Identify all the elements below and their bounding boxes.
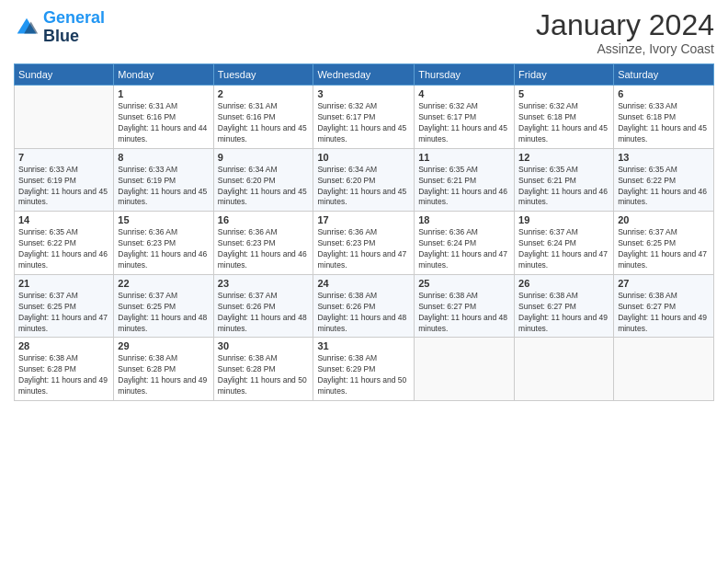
day-info: Sunrise: 6:38 AMSunset: 6:28 PMDaylight:… <box>218 353 310 397</box>
day-info: Sunrise: 6:31 AMSunset: 6:16 PMDaylight:… <box>218 101 310 145</box>
day-number: 25 <box>418 278 510 289</box>
calendar-week-row: 7 Sunrise: 6:33 AMSunset: 6:19 PMDayligh… <box>15 148 714 212</box>
table-row: 9 Sunrise: 6:34 AMSunset: 6:20 PMDayligh… <box>213 148 313 212</box>
day-info: Sunrise: 6:38 AMSunset: 6:26 PMDaylight:… <box>317 291 410 335</box>
table-row: 28 Sunrise: 6:38 AMSunset: 6:28 PMDaylig… <box>15 338 114 401</box>
day-number: 4 <box>418 88 510 99</box>
table-row: 25 Sunrise: 6:38 AMSunset: 6:27 PMDaylig… <box>415 274 515 338</box>
day-number: 20 <box>618 214 710 225</box>
table-row <box>614 338 714 401</box>
table-row: 14 Sunrise: 6:35 AMSunset: 6:22 PMDaylig… <box>15 212 114 275</box>
calendar: Sunday Monday Tuesday Wednesday Thursday… <box>14 63 714 401</box>
day-info: Sunrise: 6:37 AMSunset: 6:25 PMDaylight:… <box>118 291 209 335</box>
table-row: 30 Sunrise: 6:38 AMSunset: 6:28 PMDaylig… <box>213 338 313 401</box>
col-saturday: Saturday <box>614 64 714 86</box>
day-number: 15 <box>118 214 209 225</box>
day-info: Sunrise: 6:38 AMSunset: 6:27 PMDaylight:… <box>518 291 609 335</box>
logo: General Blue <box>14 9 105 46</box>
day-info: Sunrise: 6:33 AMSunset: 6:19 PMDaylight:… <box>118 165 209 209</box>
col-sunday: Sunday <box>15 64 114 86</box>
day-number: 11 <box>418 152 510 163</box>
calendar-week-row: 28 Sunrise: 6:38 AMSunset: 6:28 PMDaylig… <box>15 338 714 401</box>
day-number: 13 <box>618 152 710 163</box>
logo-text: General Blue <box>43 9 105 46</box>
day-info: Sunrise: 6:32 AMSunset: 6:17 PMDaylight:… <box>418 101 510 145</box>
table-row: 23 Sunrise: 6:37 AMSunset: 6:26 PMDaylig… <box>213 274 313 338</box>
day-number: 26 <box>518 278 609 289</box>
day-info: Sunrise: 6:35 AMSunset: 6:22 PMDaylight:… <box>618 165 710 209</box>
table-row: 21 Sunrise: 6:37 AMSunset: 6:25 PMDaylig… <box>15 274 114 338</box>
day-number: 1 <box>118 88 209 99</box>
day-info: Sunrise: 6:36 AMSunset: 6:23 PMDaylight:… <box>218 227 310 271</box>
calendar-week-row: 21 Sunrise: 6:37 AMSunset: 6:25 PMDaylig… <box>15 274 714 338</box>
day-number: 28 <box>18 340 109 351</box>
calendar-header-row: Sunday Monday Tuesday Wednesday Thursday… <box>15 64 714 86</box>
day-info: Sunrise: 6:36 AMSunset: 6:23 PMDaylight:… <box>118 227 209 271</box>
day-number: 23 <box>218 278 310 289</box>
day-number: 19 <box>518 214 609 225</box>
table-row: 20 Sunrise: 6:37 AMSunset: 6:25 PMDaylig… <box>614 212 714 275</box>
day-info: Sunrise: 6:38 AMSunset: 6:28 PMDaylight:… <box>118 353 209 397</box>
day-info: Sunrise: 6:36 AMSunset: 6:23 PMDaylight:… <box>317 227 410 271</box>
day-number: 21 <box>18 278 109 289</box>
day-number: 6 <box>618 88 710 99</box>
col-friday: Friday <box>515 64 614 86</box>
day-number: 16 <box>218 214 310 225</box>
day-info: Sunrise: 6:35 AMSunset: 6:22 PMDaylight:… <box>18 227 109 271</box>
table-row: 13 Sunrise: 6:35 AMSunset: 6:22 PMDaylig… <box>614 148 714 212</box>
calendar-week-row: 14 Sunrise: 6:35 AMSunset: 6:22 PMDaylig… <box>15 212 714 275</box>
col-monday: Monday <box>114 64 213 86</box>
day-info: Sunrise: 6:32 AMSunset: 6:17 PMDaylight:… <box>317 101 410 145</box>
table-row: 26 Sunrise: 6:38 AMSunset: 6:27 PMDaylig… <box>515 274 614 338</box>
day-number: 9 <box>218 152 310 163</box>
day-number: 22 <box>118 278 209 289</box>
table-row: 24 Sunrise: 6:38 AMSunset: 6:26 PMDaylig… <box>313 274 415 338</box>
day-info: Sunrise: 6:32 AMSunset: 6:18 PMDaylight:… <box>518 101 609 145</box>
day-info: Sunrise: 6:37 AMSunset: 6:25 PMDaylight:… <box>18 291 109 335</box>
day-info: Sunrise: 6:34 AMSunset: 6:20 PMDaylight:… <box>317 165 410 209</box>
table-row: 12 Sunrise: 6:35 AMSunset: 6:21 PMDaylig… <box>515 148 614 212</box>
page: General Blue January 2024 Assinze, Ivory… <box>0 0 728 563</box>
table-row: 4 Sunrise: 6:32 AMSunset: 6:17 PMDayligh… <box>415 86 515 149</box>
logo-icon <box>14 15 40 40</box>
table-row: 3 Sunrise: 6:32 AMSunset: 6:17 PMDayligh… <box>313 86 415 149</box>
table-row: 29 Sunrise: 6:38 AMSunset: 6:28 PMDaylig… <box>114 338 213 401</box>
table-row <box>515 338 614 401</box>
day-number: 30 <box>218 340 310 351</box>
day-number: 8 <box>118 152 209 163</box>
day-info: Sunrise: 6:37 AMSunset: 6:25 PMDaylight:… <box>618 227 710 271</box>
day-info: Sunrise: 6:38 AMSunset: 6:28 PMDaylight:… <box>18 353 109 397</box>
day-info: Sunrise: 6:34 AMSunset: 6:20 PMDaylight:… <box>218 165 310 209</box>
table-row: 31 Sunrise: 6:38 AMSunset: 6:29 PMDaylig… <box>313 338 415 401</box>
day-number: 29 <box>118 340 209 351</box>
title-block: January 2024 Assinze, Ivory Coast <box>536 9 714 56</box>
col-tuesday: Tuesday <box>213 64 313 86</box>
table-row: 7 Sunrise: 6:33 AMSunset: 6:19 PMDayligh… <box>15 148 114 212</box>
day-number: 7 <box>18 152 109 163</box>
table-row: 10 Sunrise: 6:34 AMSunset: 6:20 PMDaylig… <box>313 148 415 212</box>
day-info: Sunrise: 6:38 AMSunset: 6:27 PMDaylight:… <box>618 291 710 335</box>
header: General Blue January 2024 Assinze, Ivory… <box>14 9 714 56</box>
table-row: 17 Sunrise: 6:36 AMSunset: 6:23 PMDaylig… <box>313 212 415 275</box>
day-number: 10 <box>317 152 410 163</box>
day-info: Sunrise: 6:33 AMSunset: 6:19 PMDaylight:… <box>18 165 109 209</box>
col-wednesday: Wednesday <box>313 64 415 86</box>
table-row: 11 Sunrise: 6:35 AMSunset: 6:21 PMDaylig… <box>415 148 515 212</box>
table-row: 16 Sunrise: 6:36 AMSunset: 6:23 PMDaylig… <box>213 212 313 275</box>
day-info: Sunrise: 6:35 AMSunset: 6:21 PMDaylight:… <box>418 165 510 209</box>
table-row: 27 Sunrise: 6:38 AMSunset: 6:27 PMDaylig… <box>614 274 714 338</box>
day-number: 24 <box>317 278 410 289</box>
table-row: 5 Sunrise: 6:32 AMSunset: 6:18 PMDayligh… <box>515 86 614 149</box>
day-info: Sunrise: 6:38 AMSunset: 6:29 PMDaylight:… <box>317 353 410 397</box>
table-row: 8 Sunrise: 6:33 AMSunset: 6:19 PMDayligh… <box>114 148 213 212</box>
day-info: Sunrise: 6:37 AMSunset: 6:26 PMDaylight:… <box>218 291 310 335</box>
table-row: 2 Sunrise: 6:31 AMSunset: 6:16 PMDayligh… <box>213 86 313 149</box>
day-info: Sunrise: 6:35 AMSunset: 6:21 PMDaylight:… <box>518 165 609 209</box>
day-info: Sunrise: 6:33 AMSunset: 6:18 PMDaylight:… <box>618 101 710 145</box>
day-number: 12 <box>518 152 609 163</box>
day-info: Sunrise: 6:36 AMSunset: 6:24 PMDaylight:… <box>418 227 510 271</box>
day-number: 18 <box>418 214 510 225</box>
table-row: 6 Sunrise: 6:33 AMSunset: 6:18 PMDayligh… <box>614 86 714 149</box>
day-info: Sunrise: 6:38 AMSunset: 6:27 PMDaylight:… <box>418 291 510 335</box>
day-number: 5 <box>518 88 609 99</box>
